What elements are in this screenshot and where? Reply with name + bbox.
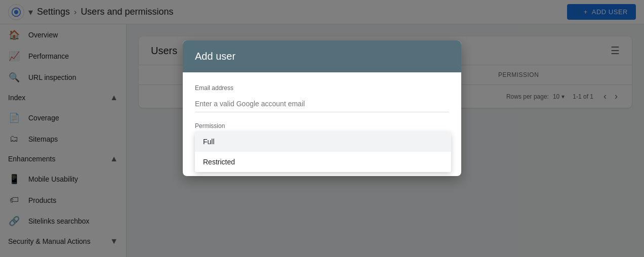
- email-form-group: Email address: [195, 84, 449, 112]
- email-label: Email address: [195, 84, 449, 92]
- dialog-header: Add user: [183, 40, 461, 72]
- add-user-dialog: Add user Email address Permission Full R…: [183, 40, 461, 176]
- permission-label: Permission: [195, 122, 449, 130]
- permission-form-group: Permission Full Restricted: [195, 122, 449, 130]
- email-input[interactable]: [195, 96, 449, 112]
- dialog-body: Email address Permission Full Restricted: [183, 72, 461, 148]
- permission-option-restricted[interactable]: Restricted: [195, 152, 451, 172]
- permission-dropdown-menu[interactable]: Full Restricted: [195, 132, 451, 172]
- modal-overlay[interactable]: Add user Email address Permission Full R…: [0, 0, 644, 257]
- permission-option-full[interactable]: Full: [195, 132, 451, 152]
- dialog-title: Add user: [195, 51, 235, 62]
